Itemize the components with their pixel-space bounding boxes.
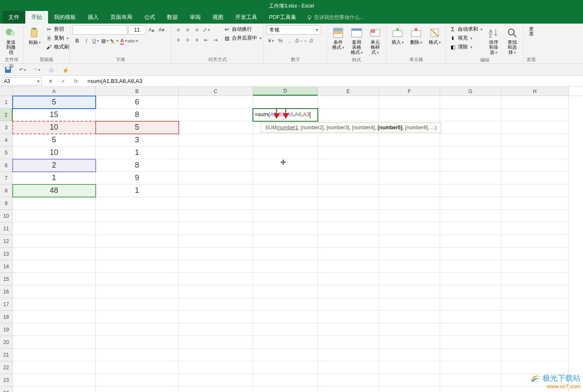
- format-painter-button[interactable]: 🖌 格式刷: [45, 43, 70, 51]
- cell-G5[interactable]: [440, 147, 501, 159]
- cell-A11[interactable]: [13, 222, 96, 235]
- save-button[interactable]: [3, 65, 13, 75]
- tab-my-templates[interactable]: 我的模板: [48, 11, 82, 24]
- cell-E17[interactable]: [318, 298, 379, 311]
- cell-H8[interactable]: [501, 184, 569, 197]
- cell-B18[interactable]: [96, 311, 179, 323]
- cell-A3[interactable]: 10: [13, 121, 96, 134]
- col-header-F[interactable]: F: [379, 87, 440, 96]
- row-header[interactable]: 5: [0, 147, 13, 159]
- cell-H18[interactable]: [501, 311, 569, 323]
- cell-E4[interactable]: [318, 134, 379, 147]
- row-header[interactable]: 18: [0, 311, 13, 323]
- tab-view[interactable]: 视图: [207, 11, 229, 24]
- cell-G2[interactable]: [440, 109, 501, 121]
- cell-A22[interactable]: [13, 361, 96, 374]
- cell-B5[interactable]: 1: [96, 147, 179, 159]
- cell-F2[interactable]: [379, 109, 440, 121]
- find-select-button[interactable]: 查找和选择: [504, 25, 521, 56]
- fill-color-button[interactable]: [110, 36, 119, 45]
- cell-E14[interactable]: [318, 260, 379, 273]
- col-header-G[interactable]: G: [440, 87, 501, 96]
- cell-D16[interactable]: [253, 285, 318, 298]
- cell-B13[interactable]: [96, 248, 179, 260]
- cell-G13[interactable]: [440, 248, 501, 260]
- cell-H9[interactable]: [501, 197, 569, 210]
- cell-C16[interactable]: [179, 285, 253, 298]
- cell-B2[interactable]: 8: [96, 109, 179, 121]
- cell-H24[interactable]: [501, 387, 569, 392]
- autosum-button[interactable]: Σ 自动求和: [449, 25, 484, 33]
- cell-E7[interactable]: [318, 172, 379, 184]
- cell-B17[interactable]: [96, 298, 179, 311]
- cell-C8[interactable]: [179, 184, 253, 197]
- fill-button[interactable]: ⬇ 填充: [449, 34, 484, 42]
- cut-button[interactable]: ✂ 剪切: [45, 25, 70, 33]
- cell-H15[interactable]: [501, 273, 569, 285]
- name-box-dropdown-icon[interactable]: ▾: [37, 78, 40, 84]
- row-header[interactable]: 20: [0, 336, 13, 349]
- cell-F4[interactable]: [379, 134, 440, 147]
- tab-page-layout[interactable]: 页面布局: [105, 11, 138, 24]
- cell-D13[interactable]: [253, 248, 318, 260]
- cell-G19[interactable]: [440, 323, 501, 336]
- cell-C21[interactable]: [179, 349, 253, 361]
- col-header-E[interactable]: E: [318, 87, 379, 96]
- cell-H2[interactable]: [501, 109, 569, 121]
- cell-C14[interactable]: [179, 260, 253, 273]
- cell-F12[interactable]: [379, 235, 440, 248]
- cell-E22[interactable]: [318, 361, 379, 374]
- format-cells-button[interactable]: 格式: [426, 25, 443, 46]
- cell-F1[interactable]: [379, 96, 440, 109]
- cell-A14[interactable]: [13, 260, 96, 273]
- cell-F18[interactable]: [379, 311, 440, 323]
- indent-increase-icon[interactable]: ⇥: [211, 35, 220, 45]
- percent-button[interactable]: %: [276, 36, 285, 45]
- qat-touch-icon[interactable]: ☝: [61, 65, 70, 75]
- send-to-wechat-button[interactable]: 发送 到微信: [3, 25, 19, 56]
- cell-E24[interactable]: [318, 387, 379, 392]
- cell-F23[interactable]: [379, 374, 440, 387]
- cell-B24[interactable]: [96, 387, 179, 392]
- comma-button[interactable]: ,: [285, 36, 294, 45]
- row-header[interactable]: 15: [0, 273, 13, 285]
- cell-C20[interactable]: [179, 336, 253, 349]
- cell-F15[interactable]: [379, 273, 440, 285]
- cell-A12[interactable]: [13, 235, 96, 248]
- row-header[interactable]: 8: [0, 184, 13, 197]
- cell-D7[interactable]: [253, 172, 318, 184]
- cell-H21[interactable]: [501, 349, 569, 361]
- row-header[interactable]: 13: [0, 248, 13, 260]
- cell-C22[interactable]: [179, 361, 253, 374]
- cell-C3[interactable]: [179, 121, 253, 134]
- cell-H19[interactable]: [501, 323, 569, 336]
- cell-A15[interactable]: [13, 273, 96, 285]
- number-format-select[interactable]: 常规▾: [266, 25, 321, 35]
- insert-cells-button[interactable]: 插入: [389, 25, 406, 46]
- cell-A20[interactable]: [13, 336, 96, 349]
- decrease-font-icon[interactable]: A▾: [157, 25, 166, 35]
- cell-B1[interactable]: 6: [96, 96, 179, 109]
- cell-A5[interactable]: 10: [13, 147, 96, 159]
- tab-review[interactable]: 审阅: [184, 11, 207, 24]
- cell-F21[interactable]: [379, 349, 440, 361]
- row-header[interactable]: 4: [0, 134, 13, 147]
- cell-A8[interactable]: 48: [13, 184, 96, 197]
- align-right-icon[interactable]: ≡: [192, 35, 201, 45]
- cell-G3[interactable]: [440, 121, 501, 134]
- cell-E6[interactable]: [318, 159, 379, 172]
- cell-D12[interactable]: [253, 235, 318, 248]
- font-color-button[interactable]: A: [119, 36, 128, 45]
- insert-function-button[interactable]: fx: [71, 77, 81, 86]
- cell-C7[interactable]: [179, 172, 253, 184]
- tab-insert[interactable]: 插入: [82, 11, 105, 24]
- cell-H12[interactable]: [501, 235, 569, 248]
- align-top-icon[interactable]: ≡: [174, 25, 183, 35]
- cell-G6[interactable]: [440, 159, 501, 172]
- cell-B3[interactable]: 5: [96, 121, 179, 134]
- cell-H6[interactable]: [501, 159, 569, 172]
- phonetic-button[interactable]: wén: [128, 36, 137, 45]
- tab-developer[interactable]: 开发工具: [229, 11, 263, 24]
- cell-E8[interactable]: [318, 184, 379, 197]
- cell-C19[interactable]: [179, 323, 253, 336]
